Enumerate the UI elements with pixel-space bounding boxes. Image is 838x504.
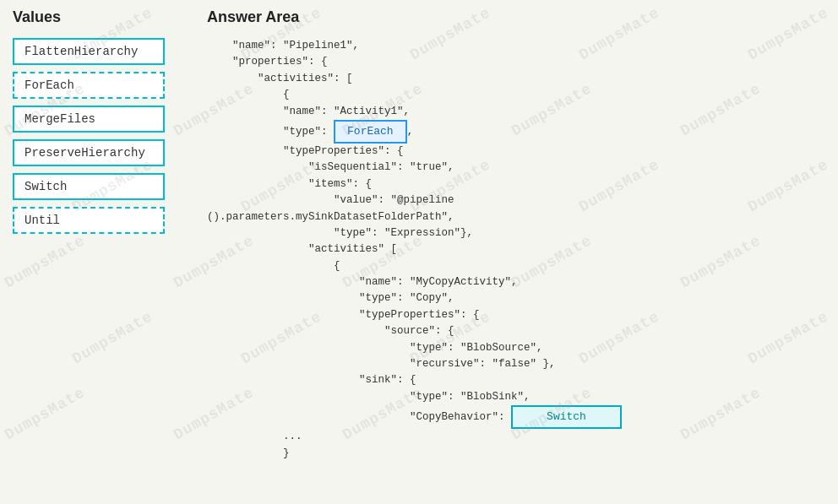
code-line-9: "items": { <box>207 176 825 192</box>
code-line-7: "typeProperties": { <box>207 144 825 160</box>
code-line-5: "name": "Activity1", <box>207 104 825 120</box>
code-line-1: "name": "Pipeline1", <box>207 38 825 54</box>
values-panel: Values FlattenHierarchy ForEach MergeFil… <box>13 8 199 496</box>
code-line-13: "activities" [ <box>207 241 825 257</box>
foreach-answer-box[interactable]: ForEach <box>334 120 407 144</box>
value-switch[interactable]: Switch <box>13 173 165 200</box>
code-line-19: "type": "BlobSource", <box>207 340 825 356</box>
code-line-8: "isSequential": "true", <box>207 160 825 176</box>
code-line-6: "type": ForEach, <box>207 120 825 144</box>
value-until[interactable]: Until <box>13 207 165 234</box>
code-line-15: "name": "MyCopyActivity", <box>207 274 825 290</box>
code-line-11: ().parameters.mySinkDatasetFolderPath", <box>207 209 825 225</box>
code-line-10: "value": "@pipeline <box>207 192 825 209</box>
code-line-18: "source": { <box>207 323 825 339</box>
code-line-23: "CopyBehavior": Switch <box>207 405 825 429</box>
answer-title: Answer Area <box>207 8 825 26</box>
code-line-2: "properties": { <box>207 54 825 70</box>
main-layout: Values FlattenHierarchy ForEach MergeFil… <box>0 0 838 504</box>
code-line-17: "typeProperties": { <box>207 307 825 323</box>
code-line-21: "sink": { <box>207 372 825 388</box>
value-mergefiles[interactable]: MergeFiles <box>13 106 165 133</box>
value-foreach[interactable]: ForEach <box>13 72 165 99</box>
code-line-12: "type": "Expression"}, <box>207 225 825 241</box>
value-flatten[interactable]: FlattenHierarchy <box>13 38 165 65</box>
code-line-16: "type": "Copy", <box>207 290 825 306</box>
values-title: Values <box>13 8 190 26</box>
code-line-4: { <box>207 87 825 103</box>
code-line-3: "activities": [ <box>207 71 825 87</box>
code-line-14: { <box>207 258 825 274</box>
value-preservehierarchy[interactable]: PreserveHierarchy <box>13 139 165 166</box>
code-line-24: ... <box>207 429 825 445</box>
code-block: "name": "Pipeline1", "properties": { "ac… <box>207 38 825 462</box>
switch-answer-box[interactable]: Switch <box>511 405 622 429</box>
code-line-20: "recursive": "false" }, <box>207 356 825 372</box>
code-line-22: "type": "BlobSink", <box>207 389 825 405</box>
code-line-25: } <box>207 446 825 462</box>
answer-panel: Answer Area "name": "Pipeline1", "proper… <box>199 8 825 496</box>
